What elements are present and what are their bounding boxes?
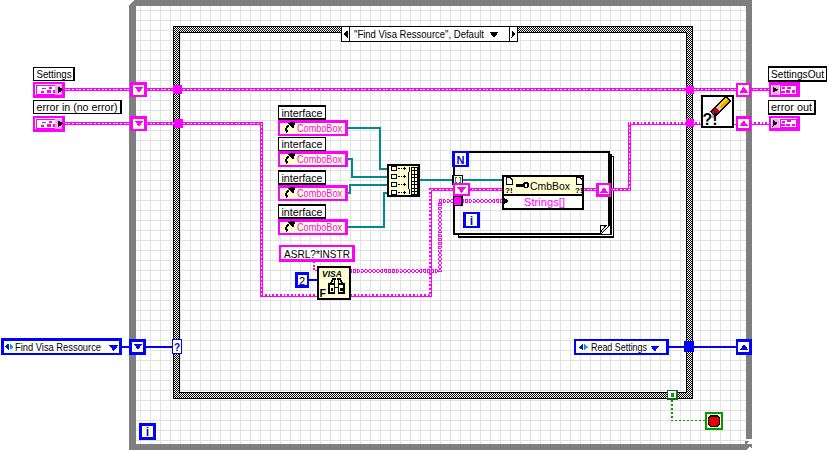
svg-text:i: i bbox=[470, 214, 473, 228]
svg-text:F: F bbox=[320, 287, 327, 299]
svg-text:"Find Visa Ressource", Default: "Find Visa Ressource", Default bbox=[354, 28, 484, 40]
svg-text:ComboBox: ComboBox bbox=[297, 221, 342, 233]
svg-text:interface: interface bbox=[282, 107, 323, 119]
svg-text:CmbBox: CmbBox bbox=[530, 180, 570, 192]
svg-text:Find Visa Ressource: Find Visa Ressource bbox=[15, 341, 101, 353]
svg-text:?!: ?! bbox=[575, 186, 583, 195]
svg-text:ASRL?*INSTR: ASRL?*INSTR bbox=[284, 248, 350, 260]
svg-text:?: ? bbox=[174, 342, 180, 353]
svg-text:error out: error out bbox=[771, 101, 812, 113]
svg-text:ComboBox: ComboBox bbox=[297, 153, 342, 165]
svg-text:?!: ?! bbox=[505, 186, 513, 195]
svg-text:2: 2 bbox=[299, 275, 305, 287]
svg-text:interface: interface bbox=[282, 206, 323, 218]
svg-text:N: N bbox=[457, 154, 465, 166]
svg-text:interface: interface bbox=[282, 172, 323, 184]
svg-text:ComboBox: ComboBox bbox=[297, 122, 342, 134]
svg-text:ComboBox: ComboBox bbox=[297, 187, 342, 199]
svg-text:?!: ?! bbox=[703, 111, 718, 128]
svg-text:Read Settings: Read Settings bbox=[591, 341, 647, 353]
svg-text:error in (no error): error in (no error) bbox=[37, 101, 118, 113]
svg-text:Settings: Settings bbox=[37, 68, 72, 80]
svg-text:VISA: VISA bbox=[322, 269, 342, 279]
svg-text:Strings[]: Strings[] bbox=[524, 196, 565, 208]
svg-text:interface: interface bbox=[282, 138, 323, 150]
svg-text:i: i bbox=[146, 425, 149, 439]
svg-text:SettingsOut: SettingsOut bbox=[771, 68, 824, 80]
